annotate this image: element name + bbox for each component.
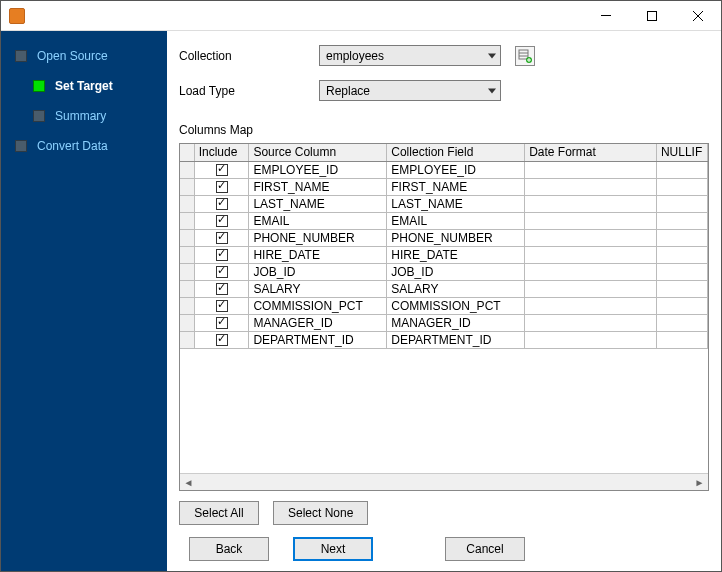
row-header[interactable]: [180, 314, 194, 331]
source-cell[interactable]: MANAGER_ID: [249, 314, 387, 331]
table-row[interactable]: SALARYSALARY: [180, 280, 708, 297]
date_format-cell[interactable]: [525, 161, 657, 178]
include-checkbox[interactable]: [216, 164, 228, 176]
header-include[interactable]: Include: [194, 144, 249, 161]
row-header[interactable]: [180, 161, 194, 178]
include-cell[interactable]: [194, 178, 249, 195]
table-row[interactable]: EMAILEMAIL: [180, 212, 708, 229]
collection-select[interactable]: employees: [319, 45, 501, 66]
header-nullif[interactable]: NULLIF: [656, 144, 707, 161]
table-row[interactable]: PHONE_NUMBERPHONE_NUMBER: [180, 229, 708, 246]
nullif-cell[interactable]: [656, 297, 707, 314]
header-source[interactable]: Source Column: [249, 144, 387, 161]
nullif-cell[interactable]: [656, 263, 707, 280]
include-cell[interactable]: [194, 314, 249, 331]
nullif-cell[interactable]: [656, 331, 707, 348]
wizard-step[interactable]: Summary: [1, 101, 167, 131]
table-row[interactable]: JOB_IDJOB_ID: [180, 263, 708, 280]
field-cell[interactable]: EMAIL: [387, 212, 525, 229]
date_format-cell[interactable]: [525, 297, 657, 314]
field-cell[interactable]: DEPARTMENT_ID: [387, 331, 525, 348]
date_format-cell[interactable]: [525, 331, 657, 348]
cancel-button[interactable]: Cancel: [445, 537, 525, 561]
include-checkbox[interactable]: [216, 232, 228, 244]
include-cell[interactable]: [194, 263, 249, 280]
include-cell[interactable]: [194, 212, 249, 229]
include-checkbox[interactable]: [216, 249, 228, 261]
include-checkbox[interactable]: [216, 266, 228, 278]
include-cell[interactable]: [194, 297, 249, 314]
nullif-cell[interactable]: [656, 212, 707, 229]
source-cell[interactable]: SALARY: [249, 280, 387, 297]
scroll-right-icon[interactable]: ►: [691, 474, 708, 491]
include-checkbox[interactable]: [216, 283, 228, 295]
include-cell[interactable]: [194, 161, 249, 178]
nullif-cell[interactable]: [656, 280, 707, 297]
wizard-step[interactable]: Set Target: [1, 71, 167, 101]
back-button[interactable]: Back: [189, 537, 269, 561]
row-header[interactable]: [180, 246, 194, 263]
field-cell[interactable]: PHONE_NUMBER: [387, 229, 525, 246]
field-cell[interactable]: MANAGER_ID: [387, 314, 525, 331]
date_format-cell[interactable]: [525, 178, 657, 195]
row-header[interactable]: [180, 195, 194, 212]
field-cell[interactable]: JOB_ID: [387, 263, 525, 280]
close-button[interactable]: [675, 1, 721, 31]
date_format-cell[interactable]: [525, 280, 657, 297]
field-cell[interactable]: LAST_NAME: [387, 195, 525, 212]
table-row[interactable]: FIRST_NAMEFIRST_NAME: [180, 178, 708, 195]
date_format-cell[interactable]: [525, 229, 657, 246]
wizard-step[interactable]: Convert Data: [1, 131, 167, 161]
field-cell[interactable]: HIRE_DATE: [387, 246, 525, 263]
field-cell[interactable]: EMPLOYEE_ID: [387, 161, 525, 178]
select-none-button[interactable]: Select None: [273, 501, 368, 525]
date_format-cell[interactable]: [525, 195, 657, 212]
date_format-cell[interactable]: [525, 263, 657, 280]
loadtype-select[interactable]: Replace: [319, 80, 501, 101]
nullif-cell[interactable]: [656, 229, 707, 246]
row-header[interactable]: [180, 263, 194, 280]
source-cell[interactable]: EMAIL: [249, 212, 387, 229]
source-cell[interactable]: HIRE_DATE: [249, 246, 387, 263]
date_format-cell[interactable]: [525, 314, 657, 331]
include-cell[interactable]: [194, 280, 249, 297]
table-row[interactable]: DEPARTMENT_IDDEPARTMENT_ID: [180, 331, 708, 348]
select-all-button[interactable]: Select All: [179, 501, 259, 525]
maximize-button[interactable]: [629, 1, 675, 31]
nullif-cell[interactable]: [656, 195, 707, 212]
minimize-button[interactable]: [583, 1, 629, 31]
include-cell[interactable]: [194, 246, 249, 263]
nullif-cell[interactable]: [656, 246, 707, 263]
table-row[interactable]: LAST_NAMELAST_NAME: [180, 195, 708, 212]
include-cell[interactable]: [194, 229, 249, 246]
include-checkbox[interactable]: [216, 215, 228, 227]
source-cell[interactable]: FIRST_NAME: [249, 178, 387, 195]
table-row[interactable]: MANAGER_IDMANAGER_ID: [180, 314, 708, 331]
nullif-cell[interactable]: [656, 178, 707, 195]
row-header[interactable]: [180, 280, 194, 297]
table-row[interactable]: HIRE_DATEHIRE_DATE: [180, 246, 708, 263]
table-row[interactable]: COMMISSION_PCTCOMMISSION_PCT: [180, 297, 708, 314]
source-cell[interactable]: JOB_ID: [249, 263, 387, 280]
nullif-cell[interactable]: [656, 314, 707, 331]
next-button[interactable]: Next: [293, 537, 373, 561]
scroll-left-icon[interactable]: ◄: [180, 474, 197, 491]
date_format-cell[interactable]: [525, 246, 657, 263]
source-cell[interactable]: PHONE_NUMBER: [249, 229, 387, 246]
row-header[interactable]: [180, 212, 194, 229]
header-field[interactable]: Collection Field: [387, 144, 525, 161]
wizard-step[interactable]: Open Source: [1, 41, 167, 71]
field-cell[interactable]: SALARY: [387, 280, 525, 297]
row-header[interactable]: [180, 297, 194, 314]
source-cell[interactable]: LAST_NAME: [249, 195, 387, 212]
nullif-cell[interactable]: [656, 161, 707, 178]
row-header[interactable]: [180, 229, 194, 246]
row-header[interactable]: [180, 178, 194, 195]
include-checkbox[interactable]: [216, 198, 228, 210]
include-checkbox[interactable]: [216, 334, 228, 346]
row-header[interactable]: [180, 331, 194, 348]
include-cell[interactable]: [194, 195, 249, 212]
include-cell[interactable]: [194, 331, 249, 348]
horizontal-scrollbar[interactable]: ◄ ►: [180, 473, 708, 490]
source-cell[interactable]: DEPARTMENT_ID: [249, 331, 387, 348]
